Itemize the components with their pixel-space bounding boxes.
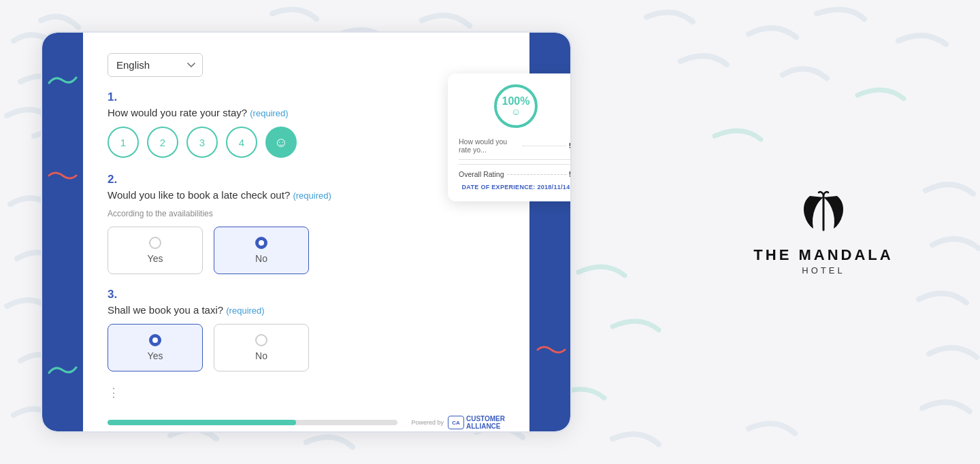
question-2-yes-label: Yes	[148, 253, 163, 264]
question-3-options: Yes No	[108, 324, 505, 371]
question-2-no-label: No	[255, 253, 267, 264]
hotel-subtitle: HOTEL	[802, 265, 845, 276]
rating-2[interactable]: 2	[147, 127, 178, 158]
rating-3[interactable]: 3	[186, 127, 218, 158]
rating-4[interactable]: 4	[226, 127, 257, 158]
question-2: 2. Would you like to book a late check o…	[108, 173, 505, 288]
review-percentage-section: 100% ☺	[459, 84, 572, 128]
percentage-circle: 100% ☺	[494, 84, 538, 128]
page-wrapper: English German French Spanish 1. How wou…	[0, 0, 980, 464]
more-dots: ⋮	[108, 385, 505, 400]
ca-icon: CA	[448, 416, 464, 429]
question-2-yes-dot	[149, 237, 161, 249]
powered-by: Powered by CA CUSTOMERALLIANCE	[411, 415, 505, 430]
question-3: 3. Shall we book you a taxi? (required) …	[108, 288, 505, 385]
question-2-text: Would you like to book a late check out?…	[108, 189, 505, 201]
question-2-number: 2.	[108, 173, 505, 186]
question-1: 1. How would you rate your stay? (requir…	[108, 90, 505, 173]
review-row-value: 5	[569, 142, 572, 150]
star-rating: 1 2 3 4 ☺	[108, 127, 505, 158]
progress-bar-fill	[108, 420, 296, 425]
hotel-logo-icon	[796, 189, 851, 239]
review-overall-value: 5	[569, 170, 572, 178]
rating-5[interactable]: ☺	[265, 127, 297, 158]
question-2-no[interactable]: No	[214, 227, 309, 274]
review-overall-label: Overall Rating	[459, 170, 504, 178]
question-2-yes[interactable]: Yes	[108, 227, 203, 274]
review-card: 100% ☺ How would you rate yo... 5 Overal…	[448, 73, 572, 201]
question-3-yes[interactable]: Yes	[108, 324, 203, 371]
rating-1[interactable]: 1	[108, 127, 139, 158]
survey-card: English German French Spanish 1. How wou…	[41, 31, 572, 433]
review-divider	[459, 164, 572, 165]
review-overall-row: Overall Rating 5	[459, 170, 572, 178]
review-date: DATE OF EXPERIENCE: 2018/11/14	[459, 184, 572, 190]
powered-by-text: Powered by	[411, 419, 444, 427]
question-1-number: 1.	[108, 90, 505, 104]
review-overall-dots	[507, 174, 566, 175]
question-3-no-dot	[255, 334, 267, 346]
question-3-yes-dot	[149, 334, 161, 346]
mandala-logo-svg	[796, 189, 851, 237]
percentage-value: 100%	[502, 96, 530, 107]
question-3-text: Shall we book you a taxi? (required)	[108, 304, 505, 316]
question-1-text: How would you rate your stay? (required)	[108, 107, 505, 118]
language-select[interactable]: English German French Spanish	[108, 53, 203, 77]
hotel-logo-section: THE MANDALA HOTEL	[708, 189, 939, 276]
hotel-name: THE MANDALA	[753, 246, 893, 264]
question-3-no-label: No	[255, 350, 267, 361]
question-2-hint: According to the availabilities	[108, 209, 505, 218]
customer-alliance-logo: CA CUSTOMERALLIANCE	[448, 415, 505, 430]
progress-bar-background	[108, 420, 397, 425]
question-2-no-dot	[255, 237, 267, 249]
review-row-label: How would you rate yo...	[459, 137, 520, 154]
review-row-rating: How would you rate yo... 5	[459, 137, 572, 160]
ca-name: CUSTOMERALLIANCE	[466, 415, 505, 430]
review-row-dots	[523, 146, 566, 146]
card-left-bar	[42, 33, 83, 431]
question-3-no[interactable]: No	[214, 324, 309, 371]
question-3-yes-label: Yes	[148, 350, 163, 361]
question-2-options: Yes No	[108, 227, 505, 274]
language-selector[interactable]: English German French Spanish	[108, 53, 505, 77]
question-3-number: 3.	[108, 288, 505, 301]
percentage-smiley: ☺	[511, 107, 521, 116]
progress-section: Powered by CA CUSTOMERALLIANCE	[108, 405, 505, 433]
